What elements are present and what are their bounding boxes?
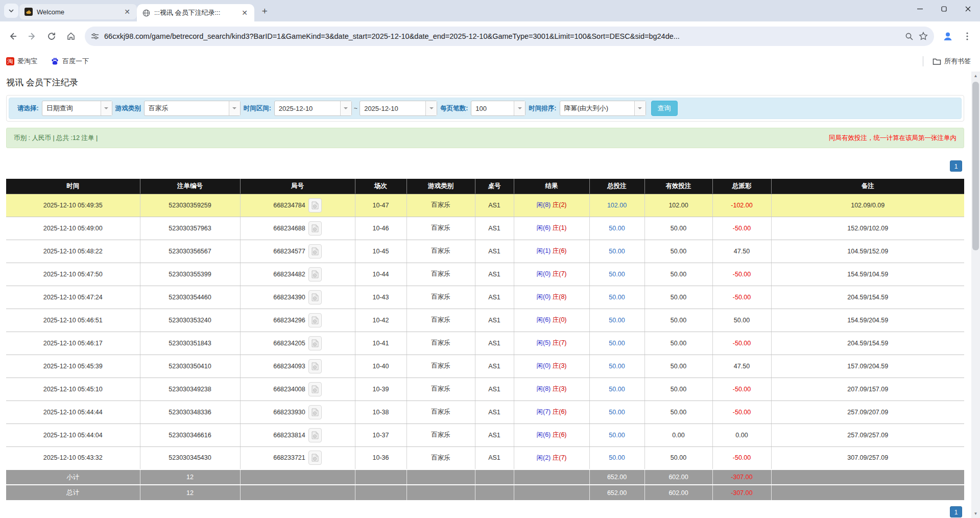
close-window-button[interactable] bbox=[956, 0, 980, 17]
cell-time: 2025-12-10 05:49:35 bbox=[6, 194, 140, 217]
table-row: 2025-12-10 05:46:17523030351843668234205… bbox=[6, 332, 964, 355]
cell-payout: -50.00 bbox=[712, 332, 771, 355]
total-bet-link[interactable]: 50.00 bbox=[609, 294, 625, 301]
cell-result: 闲(0) 庄(3) bbox=[514, 355, 589, 378]
cell-valid-bet: 0.00 bbox=[644, 423, 712, 446]
summary-label: 小计 bbox=[6, 469, 140, 485]
tab-bet-records[interactable]: :::视讯 会员下注纪录::: ✕ bbox=[137, 4, 254, 21]
chevron-down-icon bbox=[8, 8, 14, 14]
video-replay-button[interactable] bbox=[308, 313, 322, 327]
cell-result: 闲(6) 庄(1) bbox=[514, 217, 589, 240]
filter-panel: 请选择: 日期查询 游戏类别 百家乐 时间区间: 2025-12-10 ~ 20 bbox=[6, 95, 964, 122]
cell-remark: 307.09/257.09 bbox=[771, 446, 964, 469]
page-scrollbar[interactable]: ▲ ▼ bbox=[971, 72, 980, 518]
total-bet-link[interactable]: 50.00 bbox=[609, 363, 625, 370]
result-banker: 庄(7) bbox=[553, 270, 567, 277]
result-player: 闲(0) bbox=[536, 270, 551, 277]
video-replay-button[interactable] bbox=[308, 267, 322, 281]
close-tab-icon[interactable]: ✕ bbox=[123, 7, 132, 16]
cell-game-type: 百家乐 bbox=[407, 309, 475, 332]
chevron-down-icon bbox=[340, 101, 351, 115]
url-text[interactable]: 66cxkj98.com/game/betrecord_search/kind3… bbox=[104, 32, 900, 40]
cell-result: 闲(8) 庄(2) bbox=[514, 194, 589, 217]
cell-round: 668234205 bbox=[240, 332, 355, 355]
query-button[interactable]: 查询 bbox=[651, 101, 678, 116]
cell-payout: -50.00 bbox=[712, 378, 771, 401]
payout-value: 0.00 bbox=[735, 432, 748, 439]
all-bookmarks-button[interactable]: 所有书签 bbox=[933, 57, 971, 66]
reload-icon[interactable] bbox=[43, 28, 60, 45]
video-replay-icon bbox=[312, 362, 319, 370]
address-bar[interactable]: 66cxkj98.com/game/betrecord_search/kind3… bbox=[85, 27, 934, 46]
cell-total-bet: 50.00 bbox=[589, 309, 644, 332]
total-bet-link[interactable]: 50.00 bbox=[609, 432, 625, 439]
site-info-icon[interactable] bbox=[91, 32, 99, 40]
new-tab-button[interactable]: ＋ bbox=[257, 4, 272, 18]
video-replay-button[interactable] bbox=[308, 198, 322, 213]
scrollbar-thumb[interactable] bbox=[972, 82, 979, 250]
cell-game-type: 百家乐 bbox=[407, 355, 475, 378]
total-bet-link[interactable]: 50.00 bbox=[609, 454, 625, 461]
total-bet-link[interactable]: 50.00 bbox=[609, 386, 625, 393]
date-start-select[interactable]: 2025-12-10 bbox=[274, 101, 352, 116]
maximize-button[interactable] bbox=[932, 0, 956, 17]
cell-session: 10-43 bbox=[355, 286, 407, 309]
scroll-up-icon[interactable]: ▲ bbox=[971, 72, 980, 80]
close-tab-icon[interactable]: ✕ bbox=[240, 8, 249, 17]
video-replay-button[interactable] bbox=[308, 359, 322, 373]
total-bet-link[interactable]: 102.00 bbox=[607, 202, 627, 209]
per-page-select[interactable]: 100 bbox=[471, 101, 525, 116]
cell-round: 668233721 bbox=[240, 446, 355, 469]
filter-label-game-type: 游戏类别 bbox=[115, 104, 141, 113]
cell-valid-bet: 50.00 bbox=[644, 332, 712, 355]
video-replay-button[interactable] bbox=[308, 244, 322, 258]
date-end-select[interactable]: 2025-12-10 bbox=[360, 101, 437, 116]
home-icon[interactable] bbox=[62, 28, 80, 45]
column-header-2: 局号 bbox=[240, 179, 355, 194]
game-type-select[interactable]: 百家乐 bbox=[144, 101, 241, 116]
pagination-page-1[interactable]: 1 bbox=[950, 506, 962, 517]
cell-time: 2025-12-10 05:48:22 bbox=[6, 240, 140, 263]
video-replay-button[interactable] bbox=[308, 290, 322, 304]
minimize-button[interactable] bbox=[908, 0, 932, 17]
profile-avatar[interactable] bbox=[939, 28, 957, 45]
video-replay-button[interactable] bbox=[308, 336, 322, 350]
bookmark-taobao[interactable]: 淘 爱淘宝 bbox=[6, 57, 37, 66]
cell-remark: 154.59/204.59 bbox=[771, 309, 964, 332]
total-bet-link[interactable]: 50.00 bbox=[609, 248, 625, 255]
summary-payout: -307.00 bbox=[712, 469, 771, 485]
payout-value: -50.00 bbox=[733, 454, 751, 461]
baidu-paw-icon bbox=[51, 57, 59, 66]
back-icon[interactable] bbox=[4, 28, 21, 45]
bookmark-star-icon[interactable] bbox=[919, 32, 928, 41]
tab-welcome[interactable]: Welcome ✕ bbox=[19, 4, 137, 19]
video-replay-button[interactable] bbox=[308, 382, 322, 396]
scroll-down-icon[interactable]: ▼ bbox=[971, 509, 980, 518]
total-bet-link[interactable]: 50.00 bbox=[609, 409, 625, 416]
menu-dots-icon[interactable] bbox=[959, 28, 976, 45]
result-player: 闲(7) bbox=[536, 408, 551, 415]
video-replay-button[interactable] bbox=[308, 221, 322, 236]
cell-remark: 257.09/207.09 bbox=[771, 401, 964, 423]
sort-select[interactable]: 降冪(由大到小) bbox=[560, 101, 646, 116]
cell-remark: 157.09/204.59 bbox=[771, 355, 964, 378]
column-header-3: 场次 bbox=[355, 179, 407, 194]
tab-search-button[interactable] bbox=[4, 4, 18, 18]
video-replay-button[interactable] bbox=[308, 405, 322, 419]
query-type-select[interactable]: 日期查询 bbox=[42, 101, 112, 116]
bookmark-baidu[interactable]: 百度一下 bbox=[51, 57, 89, 66]
forward-icon[interactable] bbox=[23, 28, 41, 45]
total-bet-link[interactable]: 50.00 bbox=[609, 225, 625, 232]
video-replay-icon bbox=[312, 224, 319, 232]
cell-result: 闲(0) 庄(8) bbox=[514, 286, 589, 309]
total-bet-link[interactable]: 50.00 bbox=[609, 271, 625, 278]
total-bet-link[interactable]: 50.00 bbox=[609, 317, 625, 324]
pagination-page-1[interactable]: 1 bbox=[950, 160, 962, 172]
video-replay-button[interactable] bbox=[308, 428, 322, 442]
zoom-icon[interactable] bbox=[905, 32, 914, 41]
video-replay-button[interactable] bbox=[308, 451, 322, 465]
payout-value: 47.50 bbox=[734, 363, 750, 370]
total-bet-link[interactable]: 50.00 bbox=[609, 340, 625, 347]
round-number: 668233814 bbox=[273, 432, 305, 439]
total-row: 总计12652.00602.00-307.00 bbox=[6, 485, 964, 500]
